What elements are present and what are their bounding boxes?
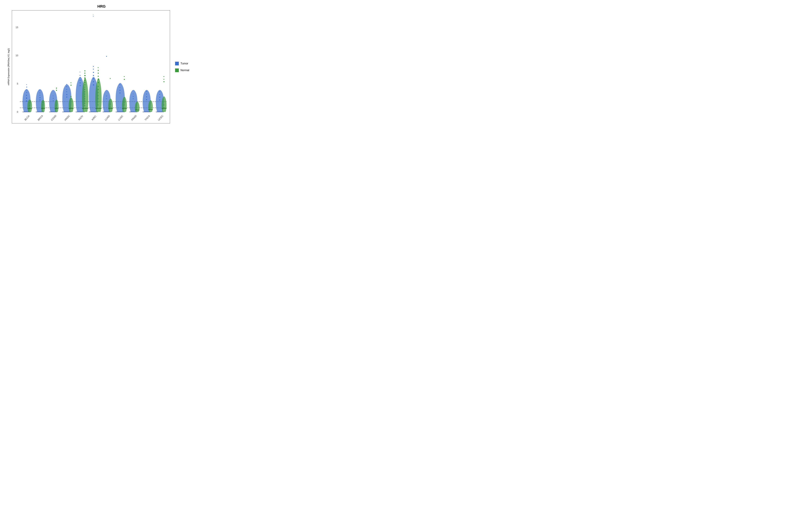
svg-rect-31: [53, 96, 53, 96]
svg-rect-22: [40, 93, 40, 93]
svg-rect-83: [93, 69, 94, 70]
svg-rect-15: [29, 108, 30, 109]
legend-tumor-box: [175, 62, 179, 65]
svg-rect-71: [85, 98, 85, 99]
svg-rect-73: [85, 103, 85, 104]
violin-hnsc: [62, 82, 73, 112]
svg-rect-122: [133, 96, 134, 97]
svg-rect-17: [29, 102, 30, 103]
svg-rect-93: [98, 67, 98, 68]
svg-rect-128: [146, 99, 147, 100]
svg-rect-140: [164, 107, 164, 108]
svg-rect-23: [40, 90, 40, 91]
svg-rect-89: [98, 79, 99, 80]
svg-rect-133: [150, 109, 151, 109]
svg-rect-115: [124, 107, 124, 108]
svg-rect-16: [29, 105, 30, 106]
svg-rect-126: [137, 108, 137, 108]
chart-body: mRNA Expression (RNASeq V2, log2) 0 5 10: [4, 9, 199, 124]
svg-rect-129: [146, 96, 147, 97]
violin-kich: [75, 70, 88, 112]
svg-rect-50: [80, 85, 81, 86]
svg-rect-40: [66, 91, 67, 92]
svg-rect-106: [110, 107, 110, 108]
svg-rect-141: [164, 105, 164, 105]
svg-rect-97: [98, 95, 98, 96]
legend-tumor-label: Tumor: [181, 62, 188, 65]
violin-blca: [22, 84, 32, 112]
svg-rect-11: [27, 90, 27, 90]
svg-rect-96: [98, 92, 98, 93]
svg-rect-45: [70, 96, 71, 97]
svg-text:BRCA: BRCA: [37, 114, 44, 121]
svg-rect-84: [93, 66, 94, 67]
svg-rect-138: [159, 91, 160, 92]
svg-text:LUSC: LUSC: [117, 114, 124, 121]
svg-rect-39: [66, 94, 67, 95]
svg-rect-34: [56, 90, 57, 91]
svg-rect-48: [70, 107, 71, 108]
svg-rect-13: [27, 84, 27, 85]
violin-brca: [36, 89, 45, 112]
svg-rect-19: [40, 100, 40, 101]
svg-text:10: 10: [15, 54, 18, 57]
plot-area-wrapper: 0 5 10 15: [12, 9, 172, 124]
svg-rect-25: [43, 107, 43, 108]
svg-rect-80: [93, 78, 94, 79]
svg-text:5: 5: [17, 82, 18, 85]
svg-rect-125: [137, 109, 137, 110]
svg-rect-136: [159, 97, 160, 98]
svg-rect-70: [85, 96, 85, 97]
violin-kirc: [89, 14, 102, 112]
svg-rect-75: [84, 108, 84, 109]
svg-rect-35: [56, 107, 57, 108]
svg-rect-131: [146, 91, 147, 92]
svg-rect-111: [119, 90, 120, 91]
chart-title: HRG: [97, 4, 106, 9]
svg-rect-64: [85, 77, 85, 78]
svg-rect-99: [98, 101, 98, 102]
svg-rect-78: [93, 84, 94, 86]
violin-thca: [143, 90, 153, 112]
svg-text:PRAD: PRAD: [131, 114, 137, 121]
svg-rect-59: [85, 73, 85, 74]
svg-rect-92: [98, 70, 99, 71]
svg-rect-53: [80, 77, 80, 78]
svg-rect-52: [80, 79, 81, 80]
svg-rect-108: [110, 78, 110, 79]
svg-rect-68: [85, 91, 85, 92]
svg-rect-144: [164, 76, 164, 77]
svg-rect-90: [98, 76, 99, 77]
svg-rect-79: [93, 81, 94, 82]
svg-rect-123: [133, 94, 133, 94]
svg-rect-33: [56, 88, 57, 89]
svg-rect-9: [26, 95, 27, 96]
svg-rect-76: [85, 108, 86, 109]
svg-text:0: 0: [17, 110, 18, 113]
legend-item-normal: Normal: [175, 68, 189, 72]
svg-rect-117: [124, 79, 125, 80]
violin-prad: [130, 90, 140, 112]
chart-container: HRG mRNA Expression (RNASeq V2, log2) 0 …: [4, 3, 199, 124]
svg-rect-30: [53, 98, 54, 99]
svg-rect-103: [106, 96, 107, 97]
legend-normal-box: [175, 68, 179, 72]
svg-text:HNSC: HNSC: [64, 114, 70, 121]
svg-rect-110: [119, 93, 120, 94]
svg-rect-61: [85, 84, 85, 86]
svg-text:15: 15: [15, 26, 18, 29]
svg-rect-74: [85, 105, 85, 106]
svg-rect-42: [66, 87, 67, 87]
svg-rect-82: [93, 72, 94, 73]
legend-item-tumor: Tumor: [175, 62, 188, 65]
svg-rect-60: [85, 70, 85, 71]
svg-rect-55: [80, 72, 80, 72]
svg-rect-143: [164, 79, 164, 80]
svg-rect-67: [85, 89, 85, 90]
svg-rect-95: [98, 89, 99, 90]
svg-rect-12: [27, 87, 27, 88]
svg-text:UCEC: UCEC: [157, 114, 164, 121]
svg-rect-86: [93, 14, 93, 15]
svg-rect-91: [98, 73, 99, 74]
plot-area: 0 5 10 15: [12, 10, 170, 123]
